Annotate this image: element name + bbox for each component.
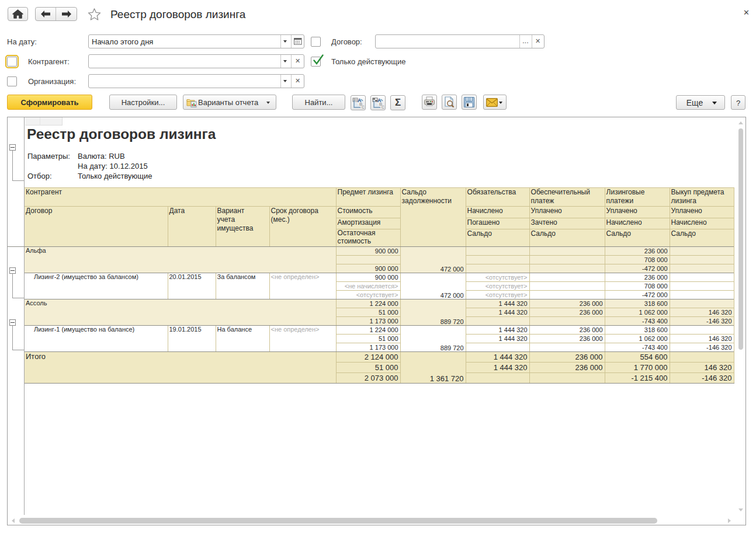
svg-text:C: C bbox=[362, 105, 365, 109]
svg-text:C: C bbox=[382, 105, 384, 109]
